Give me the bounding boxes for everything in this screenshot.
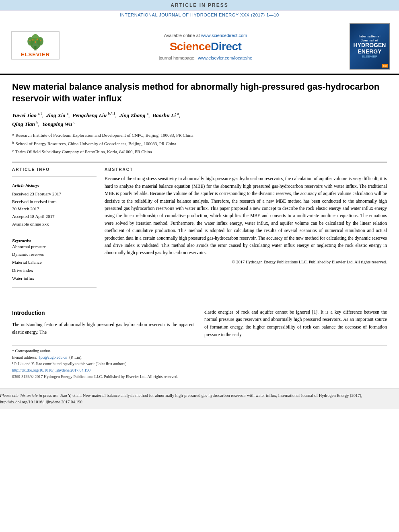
header-center: Available online at www.sciencedirect.co… xyxy=(68,23,343,70)
keyword-drive-index: Drive index xyxy=(12,267,97,275)
article-title: New material balance analysis method for… xyxy=(12,81,387,104)
author-yuwei-jiao: Yuwei Jiao xyxy=(12,112,37,118)
article-info-abstract-row: ARTICLE INFO Article history: Received 2… xyxy=(12,167,387,292)
separator-heavy xyxy=(12,162,387,162)
keywords-label: Keywords: xyxy=(12,238,31,243)
svg-point-8 xyxy=(29,40,31,41)
footnotes-area: * Corresponding author. E-mail address: … xyxy=(12,345,387,380)
body-two-col: Introduction The outstanding feature of … xyxy=(12,308,387,339)
svg-point-6 xyxy=(37,38,38,40)
article-info-column: ARTICLE INFO Article history: Received 2… xyxy=(12,167,97,292)
svg-point-5 xyxy=(32,39,34,41)
author-pengcheng-liu: Pengcheng Liu xyxy=(72,112,107,118)
available-online-text: Available online at www.sciencedirect.co… xyxy=(164,33,247,38)
journal-homepage: journal homepage: www.elsevier.com/locat… xyxy=(159,55,252,60)
main-content: New material balance analysis method for… xyxy=(0,75,399,388)
sciencedirect-url[interactable]: www.sciencedirect.com xyxy=(201,33,247,38)
article-dates: Received 23 February 2017 Received in re… xyxy=(12,190,97,228)
email-link[interactable]: lpc@cugb.edu.cn xyxy=(39,355,67,359)
elsevier-logo-area: ELSEVIER xyxy=(7,23,64,70)
doi-link-line: http://dx.doi.org/10.1016/j.ijhydene.201… xyxy=(12,367,387,374)
introduction-title: Introduction xyxy=(12,308,195,318)
journal-cover-image: InternationalJournal of HYDROGENENERGY E… xyxy=(350,23,390,70)
elsevier-tree-icon xyxy=(21,33,49,51)
elsevier-logo-box: ELSEVIER xyxy=(11,31,60,60)
body-col-left: Introduction The outstanding feature of … xyxy=(12,308,195,339)
corresponding-author: * Corresponding author. xyxy=(12,348,387,354)
intro-col2-text: elastic energies of rock and aquifer can… xyxy=(204,308,387,339)
keyword-material-balance: Material balance xyxy=(12,259,97,267)
abstract-copyright: © 2017 Hydrogen Energy Publications LLC.… xyxy=(105,260,387,264)
citation-label: Please cite this article in press as: xyxy=(0,393,58,398)
article-info-header: ARTICLE INFO xyxy=(12,167,97,172)
affiliation-b: b School of Energy Resources, China Univ… xyxy=(12,140,387,148)
abstract-text: Because of the strong stress sensitivity… xyxy=(105,175,387,256)
header-row: ELSEVIER Available online at www.science… xyxy=(0,19,399,75)
rights-line: 0360-3199/© 2017 Hydrogen Energy Publica… xyxy=(12,374,387,380)
body-col-right: elastic energies of rock and aquifer can… xyxy=(204,308,387,339)
authors-line: Yuwei Jiao a,1, Jing Xia a, Pengcheng Li… xyxy=(12,111,387,128)
elsevier-label: ELSEVIER xyxy=(21,51,50,58)
keyword-abnormal-pressure: Abnormal pressure xyxy=(12,243,97,251)
affiliation-c: c Tarim Oilfield Subsidiary Company of P… xyxy=(12,148,387,156)
keyword-water-influx: Water influx xyxy=(12,275,97,283)
svg-point-7 xyxy=(35,41,36,43)
journal-homepage-url[interactable]: www.elsevier.com/locate/he xyxy=(198,55,252,60)
doi-link[interactable]: http://dx.doi.org/10.1016/j.ijhydene.201… xyxy=(12,368,90,372)
footnote-1-text: ¹ P. Liu and Y. Jiao contributed equally… xyxy=(12,361,387,367)
article-in-press-banner: ARTICLE IN PRESS xyxy=(0,0,399,10)
separator-2 xyxy=(12,233,97,233)
separator-1 xyxy=(12,177,97,177)
affiliation-a: a Research Institute of Petroleum Explor… xyxy=(12,131,387,140)
article-history: Article history: Received 23 February 20… xyxy=(12,182,97,228)
author-yongping-wu: Yongping Wu xyxy=(42,121,72,127)
keyword-dynamic-reserves: Dynamic reserves xyxy=(12,251,97,259)
email-line: E-mail address: lpc@cugb.edu.cn (P. Liu)… xyxy=(12,354,387,361)
author-baozhu-li: Baozhu Li xyxy=(152,112,176,118)
journal-line: INTERNATIONAL JOURNAL OF HYDROGEN ENERGY… xyxy=(0,10,399,19)
sciencedirect-logo: ScienceDirect xyxy=(170,40,242,53)
separator-3 xyxy=(12,288,97,288)
author-jing-xia: Jing Xia xyxy=(46,112,66,118)
affiliations: a Research Institute of Petroleum Explor… xyxy=(12,131,387,156)
keywords-section: Keywords: Abnormal pressure Dynamic rese… xyxy=(12,238,97,283)
svg-point-9 xyxy=(40,40,41,41)
citation-box: Please cite this article in press as: Ji… xyxy=(0,388,399,409)
intro-col1-text: The outstanding feature of abnormally hi… xyxy=(12,321,195,336)
journal-cover-area: InternationalJournal of HYDROGENENERGY E… xyxy=(348,23,392,70)
author-jing-zhang: Jing Zhang xyxy=(119,112,146,118)
author-qing-tian: Qing Tian xyxy=(12,121,35,127)
article-history-label: Article history: xyxy=(12,182,97,189)
body-content: Introduction The outstanding feature of … xyxy=(12,301,387,380)
abstract-column: ABSTRACT Because of the strong stress se… xyxy=(105,167,387,292)
abstract-header: ABSTRACT xyxy=(105,167,387,172)
